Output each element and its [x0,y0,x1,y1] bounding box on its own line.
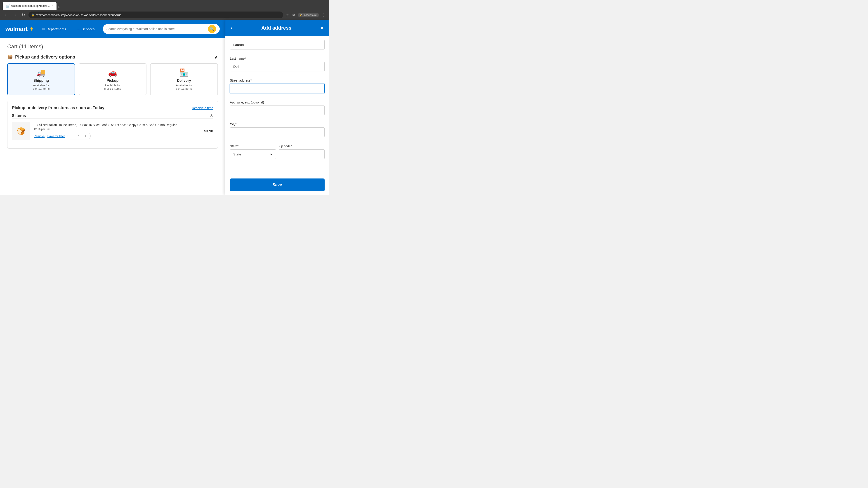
product-price-per: 12.1¢/per unit [34,128,200,131]
first-name-group [230,36,324,50]
delivery-subtitle: Available for [154,84,214,87]
url-display: walmart.com/cart?step=bookslot&ss=addAdd… [36,13,280,17]
panel-body: Last name* Street address* Apt, suite, e… [225,36,329,175]
quantity-value: 1 [77,134,81,138]
panel-close-button[interactable]: × [319,24,324,33]
first-name-input[interactable] [230,40,324,50]
option-cards: 🚚 Shipping Available for 3 of 11 Items 🚗… [7,63,218,95]
pickup-icon: 📦 [7,54,13,60]
city-label: City* [230,123,324,126]
zip-input[interactable] [279,149,325,159]
tab-favicon: 🛒 [6,4,9,8]
panel-footer: Save [225,175,329,195]
store-header: Pickup or delivery from store, as soon a… [12,105,213,110]
walmart-page: walmart ✦ ⊞ Departments ⋯ Services 🔍 Car… [0,20,225,195]
items-count-header: 8 items ∧ [12,113,213,119]
zip-group: Zip code* [279,141,325,159]
lock-icon: 🔒 [31,13,35,17]
logo-text: walmart [5,26,28,33]
departments-label: Departments [46,27,66,31]
tab-close-button[interactable]: × [52,4,53,8]
page-layout: walmart ✦ ⊞ Departments ⋯ Services 🔍 Car… [0,20,329,195]
menu-button[interactable]: ⋮ [321,12,327,18]
search-input[interactable] [106,27,206,31]
active-tab[interactable]: 🛒 walmart.com/cart?step=books... × [3,2,57,10]
reserve-time-link[interactable]: Reserve a time [192,106,213,110]
add-address-panel: ‹ Add address × Last name* Street addres… [225,20,329,195]
refresh-button[interactable]: ↻ [20,11,27,18]
street-address-group: Street address* [230,75,324,93]
expand-items-icon[interactable]: ∧ [210,113,213,119]
delivery-title: Delivery [154,78,214,83]
forward-button[interactable]: → [11,11,18,18]
street-address-input[interactable] [230,84,324,93]
state-group: State* State [230,141,276,159]
panel-back-button[interactable]: ‹ [230,24,233,32]
shipping-title: Shipping [11,78,71,83]
panel-title: Add address [233,25,319,31]
apt-group: Apt, suite, etc. (optional) [230,97,324,115]
walmart-header: walmart ✦ ⊞ Departments ⋯ Services 🔍 [0,20,225,38]
shipping-subtitle: Available for [11,84,71,87]
departments-nav[interactable]: ⊞ Departments [39,26,69,32]
browser-tabs: 🛒 walmart.com/cart?step=books... × + [3,0,327,10]
delivery-availability: 8 of 11 Items [154,87,214,90]
increase-qty-button[interactable]: + [83,134,88,138]
product-actions: Remove Save for later − 1 + [34,133,200,139]
last-name-label: Last name* [230,57,324,60]
city-input[interactable] [230,127,324,137]
bookmark-button[interactable]: ☆ [285,12,290,18]
browser-chrome: 🛒 walmart.com/cart?step=books... × + [0,0,329,10]
address-bar[interactable]: 🔒 walmart.com/cart?step=bookslot&ss=addA… [29,11,283,18]
browser-nav: ← → ↻ 🔒 walmart.com/cart?step=bookslot&s… [0,10,329,20]
services-icon: ⋯ [77,27,80,31]
apt-input[interactable] [230,105,324,115]
store-section: Pickup or delivery from store, as soon a… [7,101,218,149]
product-image: 🍞 [12,122,30,140]
search-bar[interactable]: 🔍 [103,24,220,34]
product-price: $3.98 [204,129,213,133]
product-item: 🍞 FG Sliced Italian House Bread, 16.8oz,… [12,119,213,144]
pickup-option-card[interactable]: 🚗 Pickup Available for 8 of 11 Items [79,63,147,95]
collapse-icon[interactable]: ∧ [215,54,218,60]
street-label: Street address* [230,78,324,82]
last-name-group: Last name* [230,53,324,71]
state-label: State* [230,144,276,148]
city-group: City* [230,119,324,137]
state-select[interactable]: State [230,149,276,159]
decrease-qty-button[interactable]: − [70,134,75,138]
zip-label: Zip code* [279,144,325,148]
browser-actions: ☆ ⧉ 🕵️ Incognito (3) ⋮ [285,12,327,18]
section-header: 📦 Pickup and delivery options ∧ [7,54,218,60]
services-nav[interactable]: ⋯ Services [74,26,97,32]
new-tab-button[interactable]: + [57,5,60,10]
delivery-option-card[interactable]: 🏪 Delivery Available for 8 of 11 Items [150,63,218,95]
search-button[interactable]: 🔍 [208,25,216,33]
last-name-input[interactable] [230,62,324,71]
shipping-option-card[interactable]: 🚚 Shipping Available for 3 of 11 Items [7,63,75,95]
walmart-spark-icon: ✦ [29,25,34,33]
quantity-control: − 1 + [68,133,91,139]
apt-label: Apt, suite, etc. (optional) [230,101,324,104]
bread-image: 🍞 [17,127,26,135]
remove-button[interactable]: Remove [34,134,44,138]
incognito-badge: 🕵️ Incognito (3) [298,13,319,17]
save-for-later-button[interactable]: Save for later [47,134,65,138]
store-title: Pickup or delivery from store, as soon a… [12,105,104,110]
pickup-subtitle: Available for [83,84,143,87]
pickup-availability: 8 of 11 Items [83,87,143,90]
back-button[interactable]: ← [3,11,9,18]
section-title: 📦 Pickup and delivery options [7,54,75,60]
departments-icon: ⊞ [42,27,45,31]
walmart-logo: walmart ✦ [5,25,34,33]
services-label: Services [82,27,95,31]
tab-title: walmart.com/cart?step=books... [11,4,50,7]
extension-button[interactable]: ⧉ [291,12,296,18]
shipping-icon: 🚚 [11,68,71,77]
state-zip-row: State* State Zip code* [230,141,324,163]
pickup-section: 📦 Pickup and delivery options ∧ 🚚 Shippi… [7,54,218,95]
cart-content: Cart (11 items) 📦 Pickup and delivery op… [0,38,225,158]
save-address-button[interactable]: Save [230,178,324,191]
panel-header: ‹ Add address × [225,20,329,36]
delivery-icon: 🏪 [154,68,214,77]
